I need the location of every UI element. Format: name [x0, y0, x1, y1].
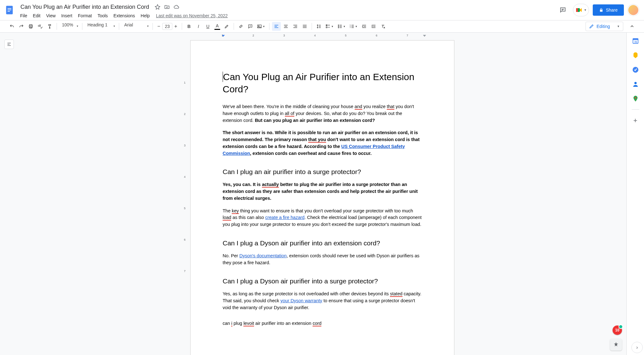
svg-point-11: [258, 25, 259, 26]
meet-button[interactable]: ▼: [573, 4, 589, 16]
side-panel-separator: [632, 109, 639, 110]
toolbar-separator: [269, 23, 269, 30]
heading-1[interactable]: Can You Plug an Air Purifier into an Ext…: [223, 71, 422, 95]
paragraph[interactable]: Yes, as long as the surge protector is n…: [223, 291, 422, 311]
insert-comment-button[interactable]: [246, 22, 255, 31]
svg-rect-2: [8, 10, 11, 10]
toolbar-separator: [312, 23, 312, 30]
toolbar-collapse-button[interactable]: [628, 22, 636, 31]
font-size-decrease[interactable]: −: [155, 23, 162, 30]
svg-text:3: 3: [350, 27, 351, 28]
menu-tools[interactable]: Tools: [95, 12, 110, 19]
font-family-select[interactable]: Arial: [122, 22, 150, 30]
paint-format-button[interactable]: [45, 22, 54, 31]
share-label: Share: [606, 8, 618, 13]
vertical-ruler: 1 2 3 4 5 6 7: [184, 40, 189, 355]
underline-button[interactable]: U: [203, 22, 212, 31]
font-size-input[interactable]: [162, 23, 172, 30]
paragraph[interactable]: We've all been there. You're in the midd…: [223, 103, 422, 124]
side-panel: 31 +: [626, 33, 644, 355]
line-spacing-button[interactable]: [314, 22, 323, 31]
svg-point-14: [338, 26, 339, 27]
numbered-list-button[interactable]: 123▼: [348, 22, 359, 31]
font-size-increase[interactable]: +: [172, 23, 179, 30]
svg-rect-1: [8, 8, 11, 9]
redo-button[interactable]: [17, 22, 26, 31]
document-page[interactable]: Can You Plug an Air Purifier into an Ext…: [190, 40, 454, 355]
align-center-button[interactable]: [281, 22, 290, 31]
toolbar-separator: [182, 23, 182, 30]
clear-formatting-button[interactable]: [379, 22, 387, 31]
svg-point-13: [338, 25, 339, 25]
svg-rect-20: [633, 39, 638, 40]
side-panel-collapse-button[interactable]: ›: [631, 342, 643, 353]
toolbar-separator: [119, 23, 119, 30]
explore-button[interactable]: [610, 339, 622, 351]
align-right-button[interactable]: [291, 22, 300, 31]
outline-toggle-button[interactable]: [4, 40, 14, 49]
link-dyson-docs[interactable]: Dyson's documentation: [239, 253, 286, 258]
bulleted-list-button[interactable]: ▼: [336, 22, 347, 31]
menu-edit[interactable]: Edit: [31, 12, 43, 19]
print-button[interactable]: [26, 22, 35, 31]
heading-2[interactable]: Can I plug a Dyson air purifier into a s…: [223, 277, 422, 285]
account-avatar[interactable]: [628, 4, 639, 16]
menu-help[interactable]: Help: [138, 12, 152, 19]
spellcheck-button[interactable]: [36, 22, 45, 31]
star-icon[interactable]: [154, 4, 161, 10]
menu-view[interactable]: View: [44, 12, 58, 19]
menu-insert[interactable]: Insert: [59, 12, 75, 19]
comment-history-icon[interactable]: [557, 4, 569, 16]
checklist-button[interactable]: ▼: [324, 22, 335, 31]
indent-increase-button[interactable]: [369, 22, 378, 31]
svg-text:31: 31: [634, 41, 637, 43]
svg-rect-3: [8, 11, 10, 12]
maps-icon[interactable]: [632, 95, 639, 102]
move-icon[interactable]: [164, 4, 170, 10]
align-left-button[interactable]: [272, 22, 281, 31]
heading-2[interactable]: Can I plug an air purifier into a surge …: [223, 168, 422, 176]
zoom-select[interactable]: 100%: [59, 22, 80, 30]
toolbar-separator: [82, 23, 82, 30]
italic-button[interactable]: I: [194, 22, 203, 31]
grammarly-badge[interactable]: 10: [613, 325, 622, 335]
heading-2[interactable]: Can I plug a Dyson air purifier into an …: [223, 239, 422, 247]
link-fire-hazard[interactable]: create a fire hazard: [265, 215, 304, 220]
insert-link-button[interactable]: [236, 22, 245, 31]
paragraph-style-select[interactable]: Heading 1: [85, 22, 116, 30]
toolbar-separator: [57, 23, 57, 30]
menu-format[interactable]: Format: [75, 12, 94, 19]
svg-point-24: [635, 97, 636, 99]
indent-decrease-button[interactable]: [360, 22, 369, 31]
paragraph[interactable]: No. Per Dyson's documentation, extension…: [223, 253, 422, 266]
cloud-status-icon[interactable]: [173, 4, 180, 10]
align-justify-button[interactable]: [300, 22, 309, 31]
toolbar-separator: [153, 23, 153, 30]
paragraph[interactable]: The key thing you want to ensure is that…: [223, 208, 422, 228]
horizontal-ruler[interactable]: 1 2 3 4 5 6 7: [190, 33, 454, 38]
toolbar-separator: [234, 23, 234, 30]
editing-mode-select[interactable]: Editing ▼: [586, 22, 623, 31]
tasks-icon[interactable]: [632, 66, 639, 74]
svg-point-15: [338, 27, 339, 28]
contacts-icon[interactable]: [632, 80, 639, 88]
last-edit-link[interactable]: Last edit was on November 25, 2022: [156, 13, 228, 18]
docs-logo[interactable]: [3, 3, 16, 18]
paragraph[interactable]: Yes, you can. It is actually better to p…: [223, 181, 422, 202]
paragraph[interactable]: The short answer is no. While it is poss…: [223, 129, 422, 157]
paragraph[interactable]: can i plug levoit air purifier into an e…: [223, 320, 422, 327]
highlight-button[interactable]: [222, 22, 231, 31]
document-title-input[interactable]: Can You Plug an Air Purifier into an Ext…: [18, 3, 151, 11]
bold-button[interactable]: B: [185, 22, 193, 31]
calendar-icon[interactable]: 31: [632, 37, 639, 45]
menu-file[interactable]: File: [18, 12, 30, 19]
svg-point-23: [634, 82, 636, 84]
keep-icon[interactable]: [632, 52, 639, 59]
menu-extensions[interactable]: Extensions: [111, 12, 137, 19]
add-addon-button[interactable]: +: [633, 117, 637, 125]
link-dyson-warranty[interactable]: your Dyson warranty: [280, 298, 322, 303]
share-button[interactable]: Share: [593, 4, 624, 16]
insert-image-button[interactable]: ▼: [255, 22, 267, 31]
text-color-button[interactable]: A: [213, 22, 222, 31]
undo-button[interactable]: [8, 22, 16, 31]
